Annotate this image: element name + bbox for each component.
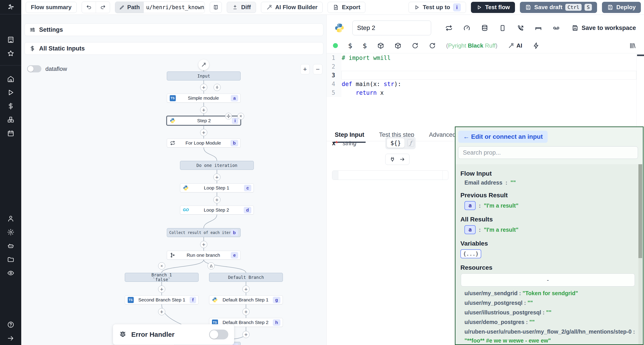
- resource-select[interactable]: -: [461, 274, 635, 287]
- docs-button[interactable]: [210, 2, 222, 13]
- add-step-button[interactable]: +: [242, 331, 250, 338]
- fn-toggle[interactable]: ƒ: [407, 139, 414, 147]
- collapse-sidebar-icon[interactable]: [0, 331, 21, 345]
- code-line[interactable]: 5 return x: [327, 88, 636, 97]
- path-label[interactable]: Path: [115, 2, 144, 13]
- result-chip-a[interactable]: a: [464, 225, 476, 234]
- windmill-logo[interactable]: [0, 0, 21, 14]
- plug-icon[interactable]: [390, 156, 395, 162]
- sidebar-item-runs[interactable]: [0, 86, 21, 99]
- ai-assistant-button[interactable]: AI: [508, 42, 522, 49]
- delete-node-button[interactable]: ×: [238, 113, 244, 120]
- deploy-button[interactable]: Deploy: [602, 2, 641, 13]
- flow-node-input[interactable]: Input: [167, 71, 240, 80]
- resource-row[interactable]: u/user/my_sendgrid : "Token for sendgrid…: [464, 289, 638, 298]
- flow-node-for-loop[interactable]: For Loop Module b: [167, 139, 240, 147]
- resource-row[interactable]: u/user/illustrious_postgresql : "": [464, 308, 638, 317]
- refresh-icon[interactable]: [412, 42, 418, 49]
- arrow-right-icon[interactable]: [399, 156, 405, 162]
- code-line[interactable]: 1# import wmill: [327, 53, 636, 62]
- prop-search-input[interactable]: [458, 146, 638, 159]
- phone-icon[interactable]: [517, 24, 524, 32]
- sidebar-item-home[interactable]: [0, 72, 21, 86]
- add-step-button[interactable]: +: [158, 286, 165, 293]
- voicemail-icon[interactable]: [552, 24, 560, 32]
- flow-node-collect-result[interactable]: Collect result of each iteration b: [167, 228, 240, 237]
- flow-node-do-one-iteration[interactable]: Do one iteration: [180, 161, 254, 170]
- sidebar-item-workspace[interactable]: [0, 33, 21, 47]
- resource-row[interactable]: u/ruben-user/u/ruben-user/my_flow_2/g/al…: [464, 327, 638, 345]
- dollar-icon[interactable]: $: [363, 42, 367, 50]
- flow-node-default-branch[interactable]: Default Branch: [209, 273, 283, 282]
- step-name-input[interactable]: [352, 20, 431, 35]
- save-draft-button[interactable]: Save draft Ctrl S: [520, 2, 597, 13]
- add-step-button[interactable]: +: [200, 84, 207, 91]
- sidebar-item-user[interactable]: [0, 212, 21, 225]
- editor-scroll-thumb[interactable]: [637, 54, 644, 56]
- prop-row-email[interactable]: Email address : "": [464, 179, 638, 186]
- add-step-button[interactable]: +: [200, 241, 207, 248]
- add-step-button[interactable]: +: [200, 106, 207, 113]
- ai-graph-wand-button[interactable]: [198, 59, 209, 70]
- flow-node-run-one-branch[interactable]: Run one branch e: [167, 251, 240, 260]
- code-line[interactable]: 4def main(x: str):: [327, 79, 636, 88]
- flow-node-branch1[interactable]: Branch 1 `false`: [125, 273, 198, 282]
- add-step-button[interactable]: +: [158, 308, 165, 315]
- flow-node-second-branch-step1[interactable]: TS Second Branch Step 1 f: [125, 295, 198, 304]
- arg-x-value-input[interactable]: [332, 170, 448, 180]
- remove-branch-button[interactable]: ×: [158, 262, 165, 270]
- tab-advanced[interactable]: Advanced: [429, 131, 456, 141]
- prop-scrollbar-thumb[interactable]: [638, 164, 642, 258]
- sidebar-item-resources[interactable]: [0, 113, 21, 127]
- sidebar-item-folders[interactable]: [0, 253, 21, 266]
- add-step-button[interactable]: +: [200, 129, 207, 136]
- test-up-to-button[interactable]: Test up to i: [408, 2, 466, 13]
- edit-or-connect-chip[interactable]: ← Edit or connect an input: [458, 131, 548, 143]
- trigger-bolt-button[interactable]: [214, 84, 221, 91]
- undo-button[interactable]: [82, 2, 96, 13]
- add-step-button[interactable]: +: [242, 308, 250, 315]
- diff-button[interactable]: Diff: [227, 2, 256, 13]
- flow-summary-button[interactable]: Flow summary: [26, 2, 77, 13]
- sidebar-item-favorites[interactable]: [0, 47, 21, 60]
- bolt-icon[interactable]: [533, 42, 540, 49]
- save-to-workspace-button[interactable]: Save to workspace: [572, 24, 636, 31]
- sidebar-item-schedules[interactable]: [0, 126, 21, 140]
- sidebar-item-workers[interactable]: [0, 239, 21, 253]
- result-chip-a[interactable]: a: [464, 201, 476, 210]
- gauge-icon[interactable]: [463, 24, 470, 32]
- path-input[interactable]: u/henri/best_known: [144, 2, 204, 13]
- resource-row[interactable]: u/user/demo_postgres : "": [464, 318, 638, 327]
- export-button[interactable]: Export: [328, 2, 366, 13]
- refresh-icon[interactable]: [429, 42, 436, 49]
- variables-object-chip[interactable]: {...}: [460, 249, 481, 258]
- zoom-out-button[interactable]: −: [313, 64, 322, 74]
- add-step-button[interactable]: +: [242, 286, 250, 293]
- swap-icon[interactable]: [445, 24, 452, 32]
- database-icon[interactable]: [481, 24, 488, 32]
- mobile-icon[interactable]: [499, 24, 506, 32]
- sidebar-item-settings[interactable]: [0, 225, 21, 239]
- editor-minimap[interactable]: [636, 53, 644, 131]
- bench-icon[interactable]: [535, 24, 542, 32]
- flow-node-default-branch-step1[interactable]: Default Branch Step 1 g: [209, 295, 283, 304]
- move-node-handle[interactable]: [225, 113, 232, 120]
- zoom-in-button[interactable]: +: [300, 64, 310, 74]
- add-step-button[interactable]: +: [213, 196, 220, 203]
- add-step-button[interactable]: +: [213, 174, 220, 181]
- redo-button[interactable]: [96, 2, 110, 13]
- package-icon[interactable]: [377, 42, 384, 49]
- library-icon[interactable]: [629, 42, 636, 49]
- code-editor[interactable]: 1# import wmill234def main(x: str):5 ret…: [327, 53, 636, 131]
- code-line[interactable]: 2: [327, 62, 636, 71]
- tab-step-input[interactable]: Step Input: [335, 131, 364, 141]
- flow-node-loop-step2[interactable]: GO Loop Step 2 d: [180, 206, 254, 215]
- sidebar-item-variables[interactable]: [0, 99, 21, 113]
- flow-node-loop-step1[interactable]: Loop Step 1 c: [180, 183, 254, 192]
- package-icon[interactable]: [394, 42, 402, 49]
- error-handler-toggle[interactable]: [209, 330, 228, 340]
- sidebar-item-audit-logs[interactable]: [0, 266, 21, 280]
- template-expr-toggle[interactable]: ${}: [387, 138, 404, 148]
- ai-flow-builder-button[interactable]: AI Flow Builder: [261, 2, 323, 13]
- dollar-icon[interactable]: $: [348, 42, 352, 50]
